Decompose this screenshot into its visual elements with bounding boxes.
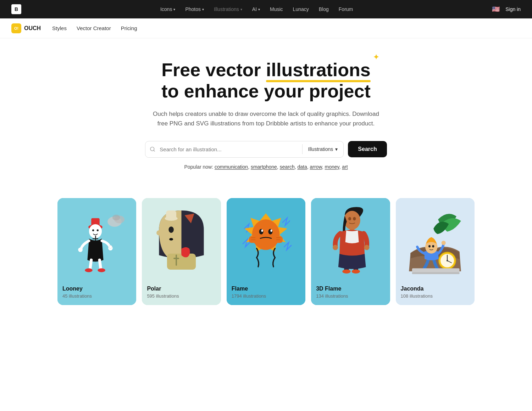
- popular-link-search[interactable]: search: [280, 164, 295, 170]
- svg-point-20: [169, 238, 173, 241]
- svg-point-39: [344, 211, 360, 230]
- brand-logo[interactable]: B: [11, 4, 21, 14]
- signin-link[interactable]: Sign in: [505, 6, 521, 12]
- svg-point-16: [109, 246, 112, 249]
- svg-point-14: [85, 269, 93, 272]
- card-jaconda-image: [396, 198, 475, 281]
- subnav-styles[interactable]: Styles: [52, 25, 67, 31]
- ouch-logo[interactable]: O! OUCH: [11, 23, 41, 33]
- ouch-badge: O!: [11, 23, 21, 33]
- svg-point-23: [156, 230, 161, 235]
- top-navigation: B Icons ▾ Photos ▾ Illustrations ▾ AI ▾ …: [0, 0, 532, 18]
- card-looney-title: Looney: [62, 286, 131, 292]
- nav-music[interactable]: Music: [270, 6, 283, 12]
- popular-link-data[interactable]: data: [297, 164, 307, 170]
- nav-ai[interactable]: AI ▾: [252, 6, 260, 12]
- svg-point-53: [447, 260, 448, 261]
- card-polar-info: Polar 595 illustrations: [142, 281, 221, 305]
- svg-point-47: [342, 270, 350, 274]
- svg-point-31: [261, 230, 263, 232]
- popular-link-communication[interactable]: communication: [215, 164, 248, 170]
- card-jaconda[interactable]: Jaconda 108 illustrations: [396, 198, 475, 305]
- card-flame-title: Flame: [232, 286, 300, 292]
- svg-rect-58: [412, 269, 460, 273]
- card-3dflame-info: 3D Flame 134 illustrations: [311, 281, 390, 305]
- svg-point-40: [348, 217, 351, 221]
- nav-forum[interactable]: Forum: [339, 6, 353, 12]
- card-polar-count: 595 illustrations: [147, 293, 216, 299]
- card-flame-count: 1794 illustrations: [232, 293, 300, 299]
- chevron-down-icon: ▾: [202, 7, 204, 11]
- svg-point-28: [252, 220, 280, 250]
- svg-point-56: [428, 245, 431, 248]
- svg-rect-59: [412, 272, 460, 274]
- card-looney-info: Looney 45 illustrations: [57, 281, 136, 305]
- hero-subtitle: Ouch helps creators unable to draw overc…: [153, 109, 379, 128]
- popular-link-smartphone[interactable]: smartphone: [251, 164, 277, 170]
- svg-rect-25: [176, 255, 177, 266]
- card-3dflame-image: [311, 198, 390, 281]
- card-looney-count: 45 illustrations: [62, 293, 131, 299]
- popular-link-money[interactable]: money: [325, 164, 339, 170]
- popular-now: Popular now: communication, smartphone, …: [113, 164, 419, 170]
- chevron-down-icon: ▾: [335, 146, 338, 152]
- hero-section: Free vector illustrations to enhance you…: [106, 38, 426, 184]
- top-nav-links: Icons ▾ Photos ▾ Illustrations ▾ AI ▾ Mu…: [21, 6, 492, 12]
- svg-point-57: [432, 245, 434, 248]
- card-3dflame-title: 3D Flame: [316, 286, 385, 292]
- subnav-pricing[interactable]: Pricing: [121, 25, 137, 31]
- nav-lunacy[interactable]: Lunacy: [293, 6, 309, 12]
- nav-blog[interactable]: Blog: [319, 6, 329, 12]
- svg-rect-22: [166, 211, 176, 220]
- svg-rect-26: [173, 258, 179, 259]
- svg-point-54: [442, 241, 446, 245]
- nav-icons[interactable]: Icons ▾: [160, 6, 175, 12]
- svg-point-44: [364, 245, 369, 250]
- svg-point-41: [353, 217, 356, 221]
- card-jaconda-title: Jaconda: [401, 286, 470, 292]
- card-3dflame-count: 134 illustrations: [316, 293, 385, 299]
- chevron-down-icon: ▾: [240, 7, 242, 11]
- card-jaconda-info: Jaconda 108 illustrations: [396, 281, 475, 305]
- svg-line-1: [154, 151, 155, 152]
- svg-point-15: [98, 269, 105, 272]
- svg-point-4: [112, 215, 120, 220]
- svg-point-43: [333, 245, 338, 250]
- svg-point-8: [92, 230, 94, 231]
- popular-link-arrow[interactable]: arrow: [310, 164, 322, 170]
- popular-link-art[interactable]: art: [342, 164, 348, 170]
- search-input[interactable]: [160, 141, 302, 157]
- svg-point-48: [352, 270, 360, 274]
- card-polar[interactable]: Polar 595 illustrations: [142, 198, 221, 305]
- hero-highlight: illustrations: [266, 60, 371, 81]
- card-jaconda-count: 108 illustrations: [401, 293, 470, 299]
- cards-grid: Looney 45 illustrations: [57, 198, 475, 305]
- svg-rect-24: [167, 254, 196, 270]
- nav-photos[interactable]: Photos ▾: [185, 6, 204, 12]
- card-3dflame[interactable]: 3D Flame 134 illustrations: [311, 198, 390, 305]
- card-looney-image: [57, 198, 136, 281]
- subnav-vector-creator[interactable]: Vector Creator: [77, 25, 111, 31]
- card-flame-image: [227, 198, 305, 281]
- hero-title: Free vector illustrations to enhance you…: [113, 60, 419, 102]
- search-button[interactable]: Search: [348, 141, 387, 157]
- search-icon: [145, 146, 160, 152]
- language-flag[interactable]: 🇺🇸: [492, 6, 500, 12]
- top-nav-right: 🇺🇸 Sign in: [492, 6, 521, 12]
- ouch-brand-name: OUCH: [24, 25, 41, 32]
- search-box: Illustrations ▾: [145, 141, 344, 158]
- svg-point-19: [169, 227, 174, 233]
- sub-navigation: O! OUCH Styles Vector Creator Pricing: [0, 18, 532, 38]
- cards-section: Looney 45 illustrations: [46, 184, 486, 320]
- card-flame-info: Flame 1794 illustrations: [227, 281, 305, 305]
- search-bar-container: Illustrations ▾ Search: [113, 141, 419, 158]
- nav-illustrations[interactable]: Illustrations ▾: [214, 6, 242, 12]
- chevron-down-icon: ▾: [173, 7, 175, 11]
- sub-nav-links: Styles Vector Creator Pricing: [52, 25, 137, 31]
- search-type-dropdown[interactable]: Illustrations ▾: [303, 146, 344, 152]
- card-looney[interactable]: Looney 45 illustrations: [57, 198, 136, 305]
- svg-point-12: [78, 248, 83, 252]
- card-flame[interactable]: Flame 1794 illustrations: [227, 198, 305, 305]
- svg-point-32: [271, 230, 272, 232]
- svg-point-9: [96, 230, 98, 231]
